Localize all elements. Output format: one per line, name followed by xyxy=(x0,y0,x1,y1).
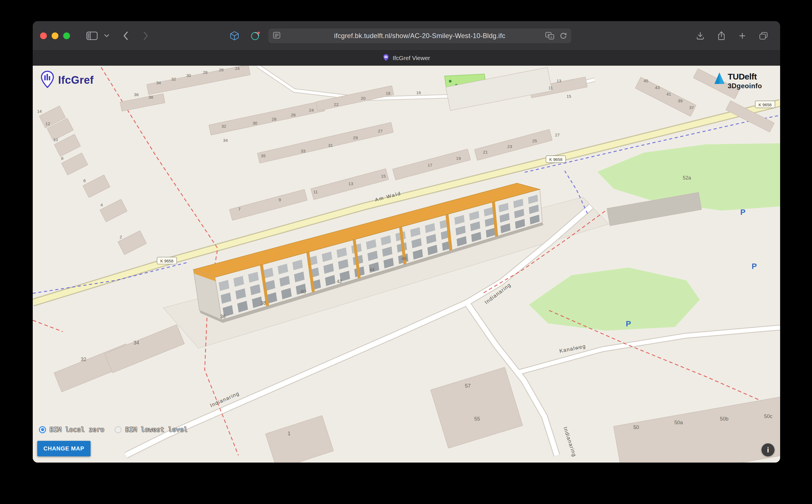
house-number-label: 21 xyxy=(483,150,488,154)
house-number-label: 11 xyxy=(548,85,553,90)
house-number-label: 44 xyxy=(369,267,374,272)
house-number-label: 37 xyxy=(689,105,694,110)
house-number-label: 8 xyxy=(61,156,63,161)
house-number-label: 30 xyxy=(253,121,257,125)
tab-title: IfcGref Viewer xyxy=(393,55,430,61)
bim-local-zero-option[interactable]: BIM local zero xyxy=(39,426,104,433)
house-number-label: 22 xyxy=(334,102,339,107)
map-canvas[interactable]: 1412108642363834323028262434323028262422… xyxy=(33,66,780,463)
house-number-label: 20 xyxy=(361,96,366,101)
back-icon[interactable] xyxy=(122,31,129,41)
house-number-label: 32 xyxy=(222,124,226,129)
house-number-label: 25 xyxy=(532,138,537,143)
house-number-label: 28 xyxy=(203,70,208,75)
house-number-label: 41 xyxy=(667,92,671,96)
house-number-label: 27 xyxy=(555,132,560,137)
tudelft-wordmark: TUDelft xyxy=(728,72,762,81)
browser-window: ifcgref.bk.tudelft.nl/show/AC-20-Smiley-… xyxy=(33,21,780,463)
house-number-label: 7 xyxy=(238,207,241,211)
parking-icon: P xyxy=(740,208,745,216)
house-number-label: 34 xyxy=(223,138,228,143)
tudelft-flame-icon xyxy=(714,72,725,86)
downloads-icon[interactable] xyxy=(696,31,705,40)
house-number-label: 36 xyxy=(134,92,139,97)
house-number-label: 12 xyxy=(45,121,50,126)
house-number-label: 4 xyxy=(100,202,103,207)
house-number-label: 40 xyxy=(301,289,306,295)
house-number-label: 26 xyxy=(219,67,224,72)
extension-tracker-icon[interactable] xyxy=(250,31,261,41)
house-number-label: 32 xyxy=(81,357,86,362)
translate-icon[interactable]: Aa xyxy=(545,32,554,40)
house-number-label: 17 xyxy=(428,163,432,167)
bim-reference-controls: BIM local zero BIM lowest level xyxy=(39,426,187,433)
house-number-label: 50b xyxy=(720,416,729,422)
house-number-label: 28 xyxy=(272,117,277,121)
forward-icon[interactable] xyxy=(143,31,149,41)
ifcgref-logo: IfcGref xyxy=(40,71,94,89)
road-ref-text: K 9658 xyxy=(549,157,562,162)
house-number-label: 50 xyxy=(633,424,639,430)
house-number-label: 32 xyxy=(171,77,176,81)
bim-lowest-level-option[interactable]: BIM lowest level xyxy=(114,426,188,433)
house-number-label: 36 xyxy=(220,314,226,319)
sidebar-toggle-icon[interactable] xyxy=(86,32,98,40)
parking-icon: P xyxy=(626,319,631,328)
url-text: ifcgref.bk.tudelft.nl/show/AC-20-Smiley-… xyxy=(334,32,505,40)
reload-icon[interactable] xyxy=(559,32,567,40)
house-number-label: 11 xyxy=(314,189,318,194)
info-button[interactable]: i xyxy=(762,443,775,456)
tudelft-logo: TUDelft 3Dgeoinfo xyxy=(714,72,762,90)
house-number-label: 50a xyxy=(674,419,683,425)
house-number-label: 23 xyxy=(507,144,512,149)
house-number-label: 34 xyxy=(156,80,161,85)
chevron-down-icon[interactable] xyxy=(104,34,109,37)
house-number-label: 34 xyxy=(133,340,139,346)
zoom-button[interactable] xyxy=(63,32,70,39)
minimize-button[interactable] xyxy=(52,32,58,39)
extension-cube-icon[interactable] xyxy=(230,31,240,41)
house-number-label: 33 xyxy=(301,149,306,153)
house-number-label: 6 xyxy=(83,178,85,183)
house-number-label: 57 xyxy=(465,383,471,389)
url-bar[interactable]: ifcgref.bk.tudelft.nl/show/AC-20-Smiley-… xyxy=(268,28,571,43)
new-tab-icon[interactable] xyxy=(738,32,746,40)
house-number-label: 55 xyxy=(474,416,480,422)
house-number-label: 38 xyxy=(261,300,266,306)
road-ref-text: K 9658 xyxy=(759,103,772,107)
bim-lowest-level-label: BIM lowest level xyxy=(125,426,188,433)
house-number-label: 31 xyxy=(328,143,333,148)
house-number-label: 30 xyxy=(186,73,191,78)
house-number-label: 50c xyxy=(764,413,773,419)
house-number-label: 2 xyxy=(120,235,122,239)
house-number-label: 45 xyxy=(644,78,648,83)
house-number-label: 24 xyxy=(309,108,314,112)
ifcgref-pin-icon xyxy=(40,71,55,89)
house-number-label: 10 xyxy=(53,137,58,142)
tab-bar[interactable]: IfcGref Viewer xyxy=(33,50,780,66)
house-number-label: 13 xyxy=(557,78,561,83)
house-number-label: 43 xyxy=(655,85,660,90)
reader-icon[interactable] xyxy=(273,32,280,40)
house-number-label: 46 xyxy=(401,256,407,261)
browser-titlebar: ifcgref.bk.tudelft.nl/show/AC-20-Smiley-… xyxy=(33,21,780,50)
house-number-label: 14 xyxy=(37,109,42,114)
tab-overview-icon[interactable] xyxy=(759,32,768,40)
house-number-label: 1 xyxy=(288,430,291,436)
bim-local-zero-radio[interactable] xyxy=(39,426,46,433)
road-ref-text: K 9658 xyxy=(160,259,173,263)
tab-favicon-icon xyxy=(383,54,389,62)
house-number-label: 18 xyxy=(386,91,390,96)
house-number-label: 42 xyxy=(337,279,342,284)
house-number-label: 15 xyxy=(381,174,386,178)
tudelft-sub-label: 3Dgeoinfo xyxy=(728,82,762,90)
bim-lowest-level-radio[interactable] xyxy=(114,426,122,433)
house-number-label: 24 xyxy=(235,66,240,71)
parking-icon: P xyxy=(752,262,757,271)
share-icon[interactable] xyxy=(718,31,725,41)
house-number-label: 52a xyxy=(683,175,691,181)
change-map-button[interactable]: CHANGE MAP xyxy=(37,441,90,456)
house-number-label: 29 xyxy=(353,135,358,140)
window-controls xyxy=(40,32,70,39)
close-button[interactable] xyxy=(40,32,47,39)
